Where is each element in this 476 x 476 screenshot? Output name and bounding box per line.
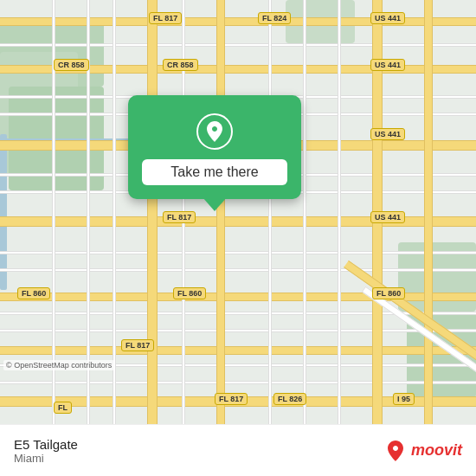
map-container: FL 817 FL 824 US 441 CR 858 CR 858 US 44… xyxy=(0,0,476,424)
popup-card: Take me there xyxy=(128,95,301,199)
road-label-fl817-low: FL 817 xyxy=(121,339,154,351)
road-label-fl826: FL 826 xyxy=(273,393,306,405)
road-label-fl860-mid: FL 860 xyxy=(173,287,206,299)
bottom-bar: E5 Tailgate Miami moovit xyxy=(0,424,476,476)
road-label-us441-low: US 441 xyxy=(370,211,405,223)
road-label-fl817-mid: FL 817 xyxy=(163,211,196,223)
road-label-fl824: FL 824 xyxy=(258,12,291,24)
location-city: Miami xyxy=(14,452,78,465)
take-me-there-button[interactable]: Take me there xyxy=(142,159,287,185)
road-label-cr858-left: CR 858 xyxy=(54,59,89,71)
road-label-us441-mid1: US 441 xyxy=(370,59,405,71)
location-pin-icon xyxy=(196,113,234,151)
moovit-logo: moovit xyxy=(383,439,462,463)
road-label-fl860-left: FL 860 xyxy=(17,287,50,299)
location-name: E5 Tailgate xyxy=(14,437,78,452)
road-label-fl817-low2: FL 817 xyxy=(215,393,248,405)
location-info: E5 Tailgate Miami xyxy=(14,437,78,465)
moovit-text: moovit xyxy=(411,441,462,460)
road-label-i95: I 95 xyxy=(393,393,415,405)
moovit-icon xyxy=(383,439,408,463)
road-label-fl860-right: FL 860 xyxy=(372,287,405,299)
road-label-us441-top: US 441 xyxy=(370,12,405,24)
road-label-us441-mid2: US 441 xyxy=(370,128,405,140)
road-label-fl-bottom: FL xyxy=(54,402,72,414)
road-label-fl817-top: FL 817 xyxy=(149,12,182,24)
road-label-cr858-mid: CR 858 xyxy=(163,59,198,71)
map-attribution: © OpenStreetMap contributors xyxy=(3,360,114,370)
